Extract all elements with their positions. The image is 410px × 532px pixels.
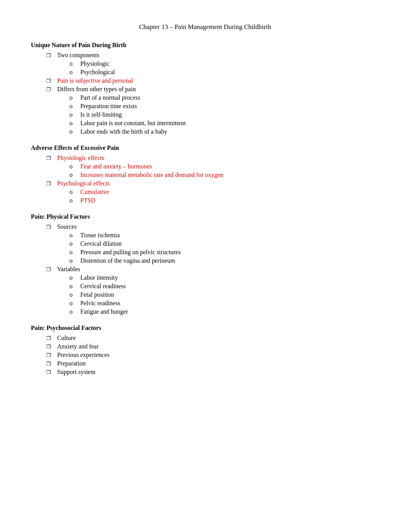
- bullet-l1-text-1-1: Psychological effects: [57, 180, 110, 187]
- bullet-l2-1-1-0: oCumulative: [69, 189, 379, 195]
- bullet-l1-text-2-1: Variables: [57, 266, 80, 273]
- sub-bullet-marker: o: [69, 189, 80, 195]
- section-heading-3: Pain: Psychosocial Factors: [31, 325, 379, 331]
- bullet-l1-text-0-0: Two components: [57, 52, 100, 59]
- bullet-l2-text: Part of a normal process: [80, 94, 141, 101]
- bullet-l2-text: Pelvic readiness: [80, 300, 120, 307]
- bullet-l1-1-0: ❒Physiologic effects: [46, 155, 379, 161]
- bullet-l2-text: Increases maternal metabolic rate and de…: [80, 172, 223, 178]
- bullet-marker: ❒: [46, 344, 57, 350]
- sub-bullet-marker: o: [69, 103, 80, 110]
- bullet-l2-text: Fatigue and hunger: [80, 308, 128, 315]
- bullet-l2-0-0-0: oPhysiologic: [69, 60, 379, 67]
- bullet-l1-text-3-1: Anxiety and fear: [57, 343, 99, 350]
- sub-bullet-marker: o: [69, 291, 80, 298]
- sub-bullet-marker: o: [69, 111, 80, 118]
- bullet-l2-text: Labor ends with the birth of a baby: [80, 128, 167, 135]
- bullet-marker: ❒: [46, 361, 57, 367]
- section-heading-1: Adverse Effects of Excessive Pain: [31, 144, 379, 151]
- bullet-l2-1-0-0: oFear and anxiety – hormones: [69, 163, 379, 170]
- bullet-l1-text-1-0: Physiologic effects: [57, 155, 104, 161]
- bullet-marker: ❒: [46, 335, 57, 342]
- bullet-marker: ❒: [46, 369, 57, 376]
- bullet-l1-3-4: ❒Support system: [46, 369, 379, 376]
- bullet-l1-0-2: ❒Differs from other types of pain: [46, 86, 379, 93]
- sub-bullet-marker: o: [69, 240, 80, 247]
- sub-bullet-marker: o: [69, 249, 80, 256]
- sub-bullet-marker: o: [69, 300, 80, 307]
- section-heading-2: Pain: Physical Factors: [31, 213, 379, 220]
- bullet-marker: ❒: [46, 181, 57, 187]
- bullet-l2-2-0-1: oCervical dilation: [69, 240, 379, 247]
- bullet-l2-text: Psychological: [80, 69, 115, 76]
- bullet-l2-0-2-1: oPreparation time exists: [69, 103, 379, 110]
- bullet-l1-3-1: ❒Anxiety and fear: [46, 343, 379, 350]
- bullet-l2-text: Fetal position: [80, 291, 114, 298]
- sub-bullet-marker: o: [69, 232, 80, 239]
- bullet-l1-text-0-1: Pain is subjective and personal: [57, 77, 133, 84]
- bullet-marker: ❒: [46, 267, 57, 273]
- sub-bullet-marker: o: [69, 274, 80, 281]
- bullet-l2-text: Tissue ischemia: [80, 232, 120, 239]
- bullet-l1-2-1: ❒Variables: [46, 266, 379, 273]
- sub-bullet-marker: o: [69, 120, 80, 127]
- sub-bullet-marker: o: [69, 94, 80, 101]
- sub-bullet-marker: o: [69, 163, 80, 170]
- bullet-l2-text: Cervical readiness: [80, 283, 126, 290]
- bullet-l2-2-1-3: oPelvic readiness: [69, 300, 379, 307]
- bullet-l2-0-2-3: oLabor pain is not constant, but intermi…: [69, 120, 379, 127]
- bullet-l2-2-1-0: oLabor intensity: [69, 274, 379, 281]
- section-heading-0: Unique Nature of Pain During Birth: [31, 42, 379, 49]
- sub-bullet-marker: o: [69, 172, 80, 178]
- bullet-marker: ❒: [46, 352, 57, 359]
- sub-bullet-marker: o: [69, 69, 80, 76]
- bullet-l1-text-3-0: Culture: [57, 335, 76, 342]
- bullet-l2-text: Fear and anxiety – hormones: [80, 163, 152, 170]
- bullet-l1-text-3-3: Preparation: [57, 360, 86, 367]
- bullet-l2-text: Is it self-limiting: [80, 111, 122, 118]
- bullet-l2-0-0-1: oPsychological: [69, 69, 379, 76]
- bullet-l2-2-0-3: oDistention of the vagina and perineum: [69, 257, 379, 264]
- bullet-l1-2-0: ❒Sources: [46, 223, 379, 230]
- bullet-l1-3-3: ❒Preparation: [46, 360, 379, 367]
- bullet-l2-2-1-1: oCervical readiness: [69, 283, 379, 290]
- sub-bullet-marker: o: [69, 308, 80, 315]
- sub-bullet-marker: o: [69, 257, 80, 264]
- bullet-l2-text: PTSD: [80, 197, 95, 204]
- bullet-l2-0-2-0: oPart of a normal process: [69, 94, 379, 101]
- bullet-marker: ❒: [46, 87, 57, 93]
- bullet-l2-1-0-1: oIncreases maternal metabolic rate and d…: [69, 172, 379, 178]
- bullet-l2-2-0-2: oPressure and pulling on pelvic structur…: [69, 249, 379, 256]
- bullet-l2-2-1-2: oFetal position: [69, 291, 379, 298]
- bullet-l2-2-1-4: oFatigue and hunger: [69, 308, 379, 315]
- bullet-l2-1-1-1: oPTSD: [69, 197, 379, 204]
- bullet-l1-0-1: ❒Pain is subjective and personal: [46, 77, 379, 84]
- bullet-l2-text: Labor pain is not constant, but intermit…: [80, 120, 186, 127]
- sub-bullet-marker: o: [69, 283, 80, 290]
- bullet-l1-text-3-4: Support system: [57, 369, 95, 376]
- bullet-marker: ❒: [46, 53, 57, 59]
- bullet-l1-3-2: ❒Previous experiences: [46, 352, 379, 359]
- bullet-l2-text: Cervical dilation: [80, 240, 122, 247]
- bullet-marker: ❒: [46, 155, 57, 161]
- page-title: Chapter 13 – Pain Management During Chil…: [31, 23, 379, 31]
- bullet-l1-text-3-2: Previous experiences: [57, 352, 110, 359]
- bullet-l2-text: Distention of the vagina and perineum: [80, 257, 175, 264]
- bullet-marker: ❒: [46, 224, 57, 230]
- bullet-l1-3-0: ❒Culture: [46, 335, 379, 342]
- bullet-l2-text: Preparation time exists: [80, 103, 137, 110]
- sub-bullet-marker: o: [69, 60, 80, 67]
- bullet-l1-0-0: ❒Two components: [46, 52, 379, 59]
- bullet-l1-1-1: ❒Psychological effects: [46, 180, 379, 187]
- bullet-l2-0-2-2: oIs it self-limiting: [69, 111, 379, 118]
- sub-bullet-marker: o: [69, 197, 80, 204]
- bullet-l1-text-0-2: Differs from other types of pain: [57, 86, 136, 93]
- bullet-l1-text-2-0: Sources: [57, 223, 77, 230]
- bullet-l2-text: Labor intensity: [80, 274, 118, 281]
- sub-bullet-marker: o: [69, 128, 80, 135]
- bullet-l2-text: Physiologic: [80, 60, 110, 67]
- bullet-l2-2-0-0: oTissue ischemia: [69, 232, 379, 239]
- bullet-l2-text: Cumulative: [80, 189, 109, 195]
- bullet-l2-0-2-4: oLabor ends with the birth of a baby: [69, 128, 379, 135]
- bullet-marker: ❒: [46, 78, 57, 84]
